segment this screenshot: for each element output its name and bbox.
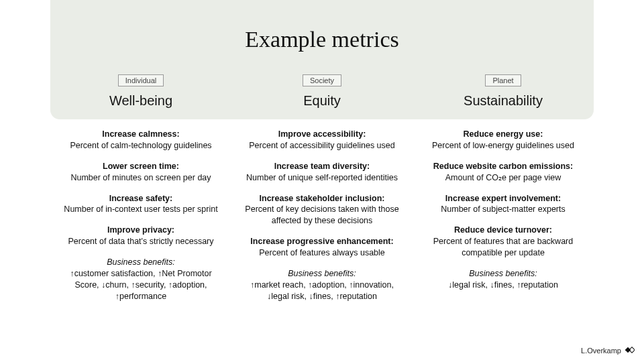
logo-icon (625, 346, 635, 355)
benefits-text: ↑market reach, ↑adoption, ↑innovation, ↓… (238, 280, 406, 302)
metric-title: Increase stakeholder inclusion: (238, 193, 406, 204)
metric-desc: Percent of low-energy guidelines used (419, 140, 587, 152)
page-title: Example metrics (0, 27, 644, 52)
attribution: L.Overkamp (581, 346, 635, 355)
slide: Example metrics Individual Well-being In… (0, 0, 644, 362)
column-tag: Individual (118, 74, 164, 86)
metric-desc: Amount of CO₂e per page view (419, 172, 587, 184)
metric-desc: Number of subject-matter experts (419, 204, 587, 215)
metric-title: Increase team diversity: (238, 161, 406, 172)
metric-item: Increase expert involvement: Number of s… (419, 193, 587, 216)
column-heading: Equity (238, 93, 406, 109)
metric-desc: Number of unique self-reported identitie… (238, 172, 406, 184)
business-benefits: Business benefits: ↓legal risk, ↓fines, … (419, 268, 587, 291)
metric-item: Increase team diversity: Number of uniqu… (238, 161, 406, 184)
benefits-label: Business benefits: (57, 257, 225, 268)
column-tag: Society (303, 74, 341, 86)
metric-item: Lower screen time: Number of minutes on … (57, 161, 225, 184)
columns: Individual Well-being Increase calmness:… (50, 74, 594, 302)
column-tag: Planet (485, 74, 521, 86)
metric-title: Increase expert involvement: (419, 193, 587, 204)
column-heading: Sustainability (419, 93, 587, 109)
column-heading: Well-being (57, 93, 225, 109)
metric-title: Improve accessibility: (238, 129, 406, 140)
metric-title: Increase safety: (57, 193, 225, 204)
metric-desc: Number of in-context user tests per spri… (57, 204, 225, 215)
metric-desc: Percent of data that's strictly necessar… (57, 236, 225, 247)
benefits-text: ↓legal risk, ↓fines, ↑reputation (419, 280, 587, 291)
column-planet: Planet Sustainability Reduce energy use:… (413, 74, 594, 302)
benefits-text: ↑customer satisfaction, ↑Net Promotor Sc… (57, 268, 225, 302)
metric-title: Increase calmness: (57, 129, 225, 140)
metric-desc: Percent of key decisions taken with thos… (238, 204, 406, 227)
metric-item: Reduce device turnover: Percent of featu… (419, 225, 587, 259)
metric-title: Improve privacy: (57, 225, 225, 236)
benefits-label: Business benefits: (419, 268, 587, 280)
business-benefits: Business benefits: ↑market reach, ↑adopt… (238, 268, 406, 302)
metric-desc: Number of minutes on screen per day (57, 172, 225, 184)
column-society: Society Equity Improve accessibility: Pe… (231, 74, 413, 302)
metric-item: Increase progressive enhancement: Percen… (238, 236, 406, 259)
metric-title: Reduce website carbon emissions: (419, 161, 587, 172)
svg-rect-0 (625, 347, 631, 353)
metric-desc: Percent of calm-technology guidelines (57, 140, 225, 152)
metric-item: Reduce energy use: Percent of low-energy… (419, 129, 587, 152)
metric-title: Lower screen time: (57, 161, 225, 172)
metric-title: Reduce energy use: (419, 129, 587, 140)
metric-desc: Percent of accessibility guidelines used (238, 140, 406, 152)
benefits-label: Business benefits: (238, 268, 406, 280)
metric-item: Reduce website carbon emissions: Amount … (419, 161, 587, 184)
metrics-list: Improve accessibility: Percent of access… (238, 129, 406, 302)
attribution-text: L.Overkamp (581, 347, 621, 355)
column-individual: Individual Well-being Increase calmness:… (50, 74, 231, 302)
business-benefits: Business benefits: ↑customer satisfactio… (57, 257, 225, 302)
metrics-list: Reduce energy use: Percent of low-energy… (419, 129, 587, 291)
metric-item: Improve accessibility: Percent of access… (238, 129, 406, 152)
metric-item: Improve privacy: Percent of data that's … (57, 225, 225, 247)
metrics-list: Increase calmness: Percent of calm-techn… (57, 129, 225, 302)
metric-item: Increase stakeholder inclusion: Percent … (238, 193, 406, 227)
metric-desc: Percent of features always usable (238, 247, 406, 259)
metric-item: Increase safety: Number of in-context us… (57, 193, 225, 216)
metric-title: Increase progressive enhancement: (238, 236, 406, 247)
metric-title: Reduce device turnover: (419, 225, 587, 236)
metric-desc: Percent of features that are backward co… (419, 236, 587, 259)
metric-item: Increase calmness: Percent of calm-techn… (57, 129, 225, 152)
